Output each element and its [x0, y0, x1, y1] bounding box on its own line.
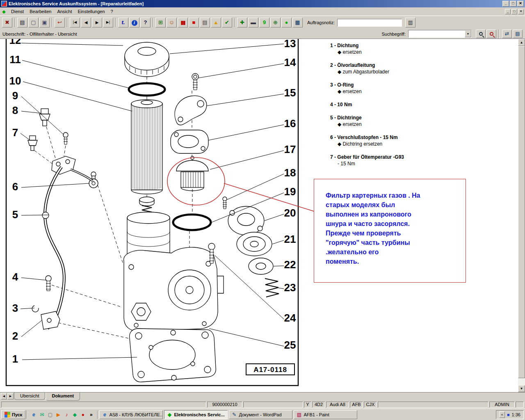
text-zoom-icon[interactable]: t.	[118, 18, 128, 27]
quick-launch-overflow-icon[interactable]: »	[87, 411, 95, 418]
status-panel-empty	[378, 402, 488, 408]
messenger-icon[interactable]: ◆	[71, 411, 78, 418]
main-toolbar: ✖ ▤ ▢ ▣ ↩ |◀ ◀ ▶ ▶| t. i ? ⊞ ☺ ▮▮ ■ ▤ ▲ …	[0, 16, 525, 29]
scroll-up-icon[interactable]: ▲	[518, 39, 525, 46]
document-icon[interactable]: ◆	[1, 9, 7, 14]
system-tray: « ■ 1:36	[496, 410, 524, 419]
grid-icon[interactable]: ▦	[292, 18, 303, 27]
document-area: A17-0118 12 11 10 9 8 7 6 5 4 3 2 1 13 1…	[0, 39, 525, 392]
internet-explorer-icon: e	[102, 412, 107, 418]
tab-scroll-left-icon[interactable]: ◀	[1, 393, 7, 399]
callout-24: 24	[284, 312, 296, 324]
info-icon[interactable]: i	[129, 18, 139, 27]
checklist-icon[interactable]: ✔	[222, 18, 232, 27]
doc-list-icon[interactable]: ▤	[513, 30, 523, 38]
part-note: ◆ ersetzen	[330, 49, 470, 55]
users-icon[interactable]: ☺	[167, 18, 177, 27]
part-note: ◆ Dichtring ersetzen	[330, 141, 470, 147]
menu-help[interactable]: ?	[108, 8, 116, 15]
callout-3: 3	[12, 302, 18, 314]
key-icon[interactable]: 9	[259, 18, 269, 27]
mdi-minimize-icon[interactable]: _	[505, 9, 511, 14]
title-bar[interactable]: Elektronisches Service Auskunftssystem -…	[0, 0, 525, 7]
note-properties-icon[interactable]: ▥	[405, 18, 415, 27]
search-titles-icon[interactable]	[486, 30, 496, 38]
part-title: 6 - Verschlußstopfen - 15 Nm	[330, 134, 470, 141]
minimize-icon[interactable]: _	[502, 1, 509, 7]
desktop: Elektronisches Service Auskunftssystem -…	[0, 0, 525, 420]
taskbar-task-browser[interactable]: e AS8 - КЛУБ ЛЮБИТЕЛЕ...	[99, 410, 163, 419]
status-model: Audi A8	[326, 402, 349, 408]
print-icon[interactable]: ▤	[17, 18, 27, 27]
tray-collapse-icon[interactable]: «	[499, 411, 505, 418]
list-item: 5 - Dichtringe ◆ ersetzen	[330, 114, 470, 128]
callout-14: 14	[284, 56, 296, 68]
taskbar-task-paint[interactable]: ▧ AFB1 - Paint	[294, 410, 357, 419]
task-label: AFB1 - Paint	[304, 412, 329, 417]
tray-app-icon[interactable]: ■	[507, 412, 510, 417]
callout-4: 4	[12, 271, 18, 283]
online-icon[interactable]: ●	[281, 18, 292, 27]
first-page-icon[interactable]: |◀	[70, 18, 80, 27]
help-icon[interactable]: ?	[140, 18, 151, 27]
image-viewer-icon[interactable]: ●	[79, 411, 87, 418]
scroll-down-icon[interactable]: ▼	[518, 385, 525, 392]
oil-pressure-sensor-part	[28, 136, 37, 151]
media-player-icon[interactable]: ▶	[55, 411, 62, 418]
previous-page-icon[interactable]: ◀	[81, 18, 91, 27]
large-o-ring-part	[173, 215, 211, 230]
task-label: AS8 - КЛУБ ЛЮБИТЕЛЕ...	[109, 412, 163, 417]
show-desktop-icon[interactable]: ▢	[46, 411, 54, 418]
close-icon[interactable]: ✕	[517, 1, 524, 7]
music-player-icon[interactable]: ♪	[63, 411, 70, 418]
exit-icon[interactable]: ✖	[2, 18, 12, 27]
next-page-icon[interactable]: ▶	[92, 18, 102, 27]
internet-explorer-icon[interactable]: e	[30, 411, 37, 418]
taskbar-clock[interactable]: 1:36	[512, 412, 520, 417]
books-icon[interactable]: ▮▮	[178, 18, 188, 27]
back-icon[interactable]: ↩	[55, 18, 65, 27]
status-panel-empty	[243, 402, 303, 408]
scrollbar-thumb[interactable]	[518, 46, 525, 378]
new-document-icon[interactable]: ▢	[28, 18, 39, 27]
tab-ubersicht[interactable]: Ubersicht	[14, 393, 45, 400]
maximize-icon[interactable]: □	[510, 1, 516, 7]
document-list-icon[interactable]: ▤	[200, 18, 210, 27]
first-aid-icon[interactable]: ✚	[237, 18, 247, 27]
mdi-restore-icon[interactable]: □	[511, 9, 517, 14]
copy-document-icon[interactable]: ▣	[39, 18, 50, 27]
vertical-scrollbar[interactable]: ▲ ▼	[518, 39, 525, 392]
application-icon	[1, 1, 7, 7]
part-title: 5 - Dichtringe	[330, 114, 470, 121]
menu-dienst[interactable]: Dienst	[8, 8, 27, 15]
outlook-express-icon[interactable]: ✉	[38, 411, 46, 418]
globe-icon[interactable]: ⊕	[270, 18, 281, 27]
auftragsnotiz-input[interactable]	[337, 19, 402, 27]
search-document-icon[interactable]	[476, 30, 486, 38]
menu-ansicht[interactable]: Ansicht	[54, 8, 75, 15]
pipe-bracket-part	[41, 311, 60, 329]
dropdown-icon[interactable]: ▼	[465, 30, 471, 37]
red-book-icon[interactable]: ■	[189, 18, 199, 27]
warning-icon[interactable]: ▲	[211, 18, 221, 27]
tab-scroll-right-icon[interactable]: ▶	[7, 393, 14, 399]
task-label: Документ - WordPad	[239, 412, 281, 417]
menu-einstellungen[interactable]: Einstellungen	[75, 8, 107, 15]
doc-sync-icon[interactable]: ⇄	[502, 30, 512, 38]
car-icon[interactable]: ▬	[248, 18, 258, 27]
wordpad-icon: ✎	[231, 412, 237, 418]
last-page-icon[interactable]: ▶|	[103, 18, 113, 27]
table-add-icon[interactable]: ⊞	[155, 18, 166, 27]
mdi-close-icon[interactable]: ✕	[518, 9, 524, 14]
list-item: 6 - Verschlußstopfen - 15 Nm ◆ Dichtring…	[330, 134, 470, 147]
menu-bearbeiten[interactable]: Bearbeiten	[27, 8, 54, 15]
start-button[interactable]: Пуск	[1, 410, 25, 419]
part-title: 1 - Dichtung	[330, 42, 470, 49]
bracket-bolt-part	[46, 276, 51, 291]
suchbegriff-input[interactable]	[409, 30, 465, 37]
callout-11: 11	[9, 53, 21, 66]
tab-dokument[interactable]: Dokument	[46, 393, 80, 401]
suchbegriff-combobox[interactable]: ▼	[408, 30, 472, 38]
taskbar-task-elsa[interactable]: ◆ Elektronisches Servic...	[164, 410, 228, 419]
taskbar-task-wordpad[interactable]: ✎ Документ - WordPad	[229, 410, 292, 419]
